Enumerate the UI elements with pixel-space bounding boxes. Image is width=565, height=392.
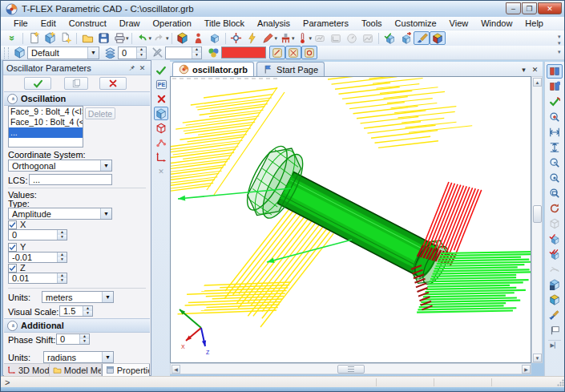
print-dropdown-arrow[interactable]: ▾: [126, 35, 129, 42]
x-value-spinner[interactable]: 0 ▲▼: [8, 229, 67, 240]
x-spin-down[interactable]: ▼: [58, 235, 67, 240]
maximize-button[interactable]: ❐: [522, 2, 537, 14]
layers-icon[interactable]: [102, 46, 118, 59]
list-item[interactable]: Face_9 : Bolt_4 (<ISO Hex: [9, 107, 83, 117]
section-view-button[interactable]: [547, 262, 563, 277]
menu-operation[interactable]: Operation: [146, 18, 197, 29]
units2-dropdown-arrow[interactable]: ▼: [102, 352, 113, 362]
undo-button[interactable]: [135, 31, 151, 45]
menu-analysis[interactable]: Analysis: [251, 18, 297, 29]
toolbar1-overflow-icon[interactable]: ▾▾: [558, 34, 561, 46]
collapse-icon[interactable]: «: [7, 321, 18, 331]
sensor-button[interactable]: [312, 31, 328, 45]
configuration-select[interactable]: Default ▼: [27, 46, 99, 59]
fit-horizontal-button[interactable]: [547, 125, 563, 139]
graph-button[interactable]: [328, 31, 344, 45]
paint-mode-button[interactable]: [414, 31, 430, 45]
parameters-editor-button[interactable]: PE: [154, 78, 168, 91]
canvas-vscrollbar[interactable]: ▲ ▼: [531, 76, 543, 363]
resize-grip[interactable]: [557, 379, 564, 386]
new-from-template-button[interactable]: [58, 31, 74, 45]
render-settings-button[interactable]: [547, 277, 563, 292]
redo-button[interactable]: [151, 31, 167, 45]
pen-disabled-icon[interactable]: [149, 46, 165, 59]
show-check-button[interactable]: [547, 232, 563, 246]
phase-spin-down[interactable]: ▼: [80, 339, 89, 344]
units-select[interactable]: meters▼: [42, 291, 114, 303]
priority-spin-down[interactable]: ▼: [192, 53, 201, 59]
open-document-button[interactable]: [79, 31, 95, 45]
minimize-button[interactable]: –: [506, 2, 521, 14]
tab-close-icon[interactable]: ✕: [530, 64, 540, 75]
priority-spinner[interactable]: ▲▼: [165, 46, 202, 59]
visual-scale-spinner[interactable]: 1.5 ▲▼: [59, 305, 93, 317]
vscroll-thumb[interactable]: [533, 205, 542, 223]
menu-edit[interactable]: Edit: [34, 18, 63, 29]
edit-operation-button[interactable]: [260, 31, 276, 45]
new-document-button[interactable]: [26, 31, 42, 45]
units-dropdown-arrow[interactable]: ▼: [102, 292, 113, 302]
faces-listbox[interactable]: Face_9 : Bolt_4 (<ISO Hex Face_10 : Bolt…: [8, 106, 83, 148]
apply-button[interactable]: [24, 77, 51, 90]
type-select[interactable]: Amplitude▼: [8, 208, 112, 220]
menu-construct[interactable]: Construct: [63, 18, 113, 29]
support-button[interactable]: [277, 31, 293, 45]
new-window-button[interactable]: [547, 323, 563, 337]
menu-tools[interactable]: Tools: [355, 18, 389, 29]
oscillation-section-header[interactable]: « Oscillation: [4, 91, 150, 106]
x-checkbox[interactable]: [8, 220, 17, 229]
thermal-load-button[interactable]: [295, 31, 311, 45]
select-lcs-button[interactable]: [154, 150, 168, 164]
menu-window[interactable]: Window: [474, 18, 519, 29]
layer-spin-down[interactable]: ▼: [137, 53, 146, 59]
connect-model-button[interactable]: [398, 31, 414, 45]
tab-model-menu[interactable]: Model Me...: [50, 364, 102, 376]
scroll-up-arrow[interactable]: ▲: [533, 78, 542, 87]
select-chain-button[interactable]: [154, 135, 168, 149]
external-link-button[interactable]: [244, 31, 260, 45]
z-spin-down[interactable]: ▼: [58, 278, 67, 283]
y-value-spinner[interactable]: -0.01 ▲▼: [8, 252, 67, 263]
coord-dropdown-arrow[interactable]: ▼: [100, 160, 111, 171]
list-item[interactable]: Face_10 : Bolt_4 (<ISO He: [9, 117, 83, 127]
print-button[interactable]: [111, 31, 127, 45]
view-toggle-2[interactable]: [285, 46, 301, 59]
pin-icon[interactable]: 📌︎: [127, 63, 137, 73]
color-balls-icon[interactable]: [205, 46, 221, 59]
measure-elements-button[interactable]: [547, 79, 563, 94]
zoom-window-button[interactable]: [547, 186, 563, 200]
current-color-swatch[interactable]: [221, 46, 266, 59]
tab-3d-model[interactable]: 3D Model: [4, 364, 50, 376]
menu-file[interactable]: File: [7, 18, 34, 29]
delete-button[interactable]: Delete: [85, 107, 115, 119]
measure-button[interactable]: [547, 64, 563, 79]
y-spin-down[interactable]: ▼: [58, 257, 67, 262]
model-config-icon[interactable]: [11, 46, 27, 59]
z-checkbox[interactable]: [8, 264, 17, 273]
clear-selection-icon[interactable]: ✕: [154, 164, 168, 178]
close-button[interactable]: ✕: [538, 2, 562, 14]
tab-oscillator[interactable]: oscillator.grb: [172, 62, 254, 76]
scroll-left-arrow[interactable]: ◀: [172, 365, 180, 374]
vs-spin-down[interactable]: ▼: [83, 311, 92, 316]
paint-check-button[interactable]: [547, 308, 563, 322]
menu-parameters[interactable]: Parameters: [297, 18, 355, 29]
new-3d-model-button[interactable]: [42, 31, 58, 45]
zoom-all-button[interactable]: [547, 171, 563, 185]
hidden-lines-button[interactable]: [547, 216, 563, 231]
tab-start-page[interactable]: Start Page: [256, 62, 325, 76]
menu-view[interactable]: View: [443, 18, 475, 29]
phase-shift-spinner[interactable]: 0 ▲▼: [56, 333, 90, 345]
render-mode-button[interactable]: [430, 31, 446, 45]
toolbar-expand-icon[interactable]: ▶▏: [551, 342, 559, 349]
select-body-button[interactable]: [154, 107, 168, 120]
small-cube-icon[interactable]: [207, 31, 223, 45]
tab-properties[interactable]: Properties: [102, 364, 150, 377]
menu-title-block[interactable]: Title Block: [198, 18, 251, 29]
confirm-button[interactable]: [154, 63, 168, 77]
gauge-button[interactable]: [344, 31, 360, 45]
menu-help[interactable]: Help: [519, 18, 550, 29]
menu-draw[interactable]: Draw: [113, 18, 147, 29]
tab-list-dropdown-icon[interactable]: ▾: [519, 64, 529, 75]
show-all-check-button[interactable]: [547, 247, 563, 261]
